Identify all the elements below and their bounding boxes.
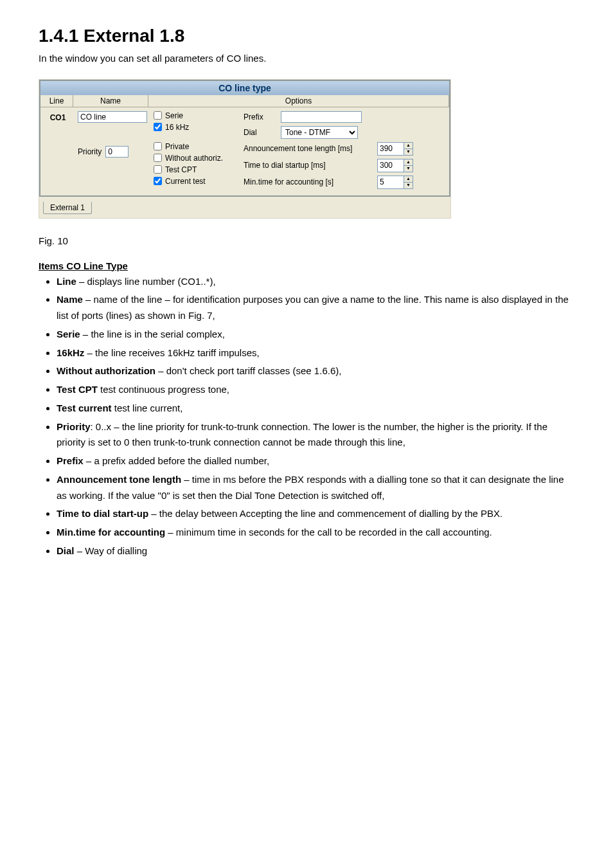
checkbox-private[interactable] [154,142,162,150]
tab-external-1[interactable]: External 1 [43,202,92,214]
checkbox-current-test[interactable] [154,177,162,185]
col-header-line: Line [40,95,73,107]
announcement-length-label: Announcement tone length [ms] [244,144,372,153]
dial-label: Dial [244,128,276,137]
items-heading: Items CO Line Type [39,260,574,271]
spin-up-icon[interactable]: ▲ [404,176,413,183]
line-id: CO1 [44,111,71,189]
label-16khz: 16 kHz [165,123,189,132]
min-accounting-input[interactable] [377,176,404,189]
label-current-test: Current test [165,177,206,186]
list-item: Time to dial start-up – the delay betwee… [57,506,574,522]
min-accounting-label: Min.time for accounting [s] [244,177,372,186]
list-item: Serie – the line is in the serial comple… [57,327,574,343]
list-item: Min.time for accounting – minimum time i… [57,525,574,541]
list-item: 16kHz – the line receives 16kHz tariff i… [57,345,574,361]
prefix-label: Prefix [244,113,276,122]
checkbox-serie[interactable] [154,111,162,120]
label-without-authoriz: Without authoriz. [165,154,223,163]
spin-down-icon[interactable]: ▼ [404,149,413,155]
priority-label: Priority [78,147,102,156]
list-item: Test CPT test continuous progress tone, [57,382,574,398]
spin-up-icon[interactable]: ▲ [404,159,413,166]
label-test-cpt: Test CPT [165,165,197,174]
col-header-name: Name [73,95,148,107]
list-item: Without authorization – don't check port… [57,363,574,379]
panel-title: CO line type [39,80,450,95]
co-line-panel: CO line type Line Name Options CO1 Prior… [39,79,451,219]
list-item: Prefix – a prefix added before the diall… [57,453,574,469]
name-input[interactable] [78,111,147,123]
list-item: Announcement tone length – time in ms be… [57,472,574,504]
col-header-options: Options [148,95,449,107]
checkbox-test-cpt[interactable] [154,165,162,174]
checkbox-16khz[interactable] [154,123,162,131]
list-item: Test current test line current, [57,401,574,417]
list-item: Name – name of the line – for identifica… [57,292,574,324]
priority-input[interactable] [105,146,129,158]
announcement-length-input[interactable] [377,142,404,156]
page-title: 1.4.1 External 1.8 [39,26,574,46]
dial-startup-label: Time to dial startup [ms] [244,161,372,170]
items-list: Line – displays line number (CO1..*),Nam… [39,274,574,559]
label-serie: Serie [165,111,183,120]
spin-down-icon[interactable]: ▼ [404,166,413,172]
figure-caption: Fig. 10 [39,235,574,246]
spin-up-icon[interactable]: ▲ [404,143,413,149]
checkbox-without-authoriz[interactable] [154,154,162,162]
list-item: Priority: 0..x – the line priority for t… [57,419,574,451]
list-item: Dial – Way of dialling [57,543,574,559]
label-private: Private [165,142,189,151]
list-item: Line – displays line number (CO1..*), [57,274,574,290]
dial-startup-input[interactable] [377,159,404,172]
prefix-input[interactable] [281,111,362,123]
intro-text: In the window you can set all parameters… [39,51,574,66]
spin-down-icon[interactable]: ▼ [404,183,413,188]
dial-select[interactable]: Tone - DTMF [281,126,358,139]
